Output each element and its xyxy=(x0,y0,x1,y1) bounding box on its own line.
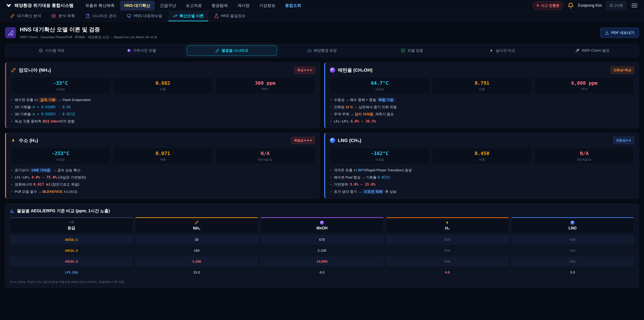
cell-value: 30 xyxy=(135,235,258,244)
substance-card-ammonia: 암모니아 (NH₃) 독성★★★ -33°C 비등점 0.682 비중 300 … xyxy=(5,62,320,128)
menu-item-reports[interactable]: 보고자료 xyxy=(182,1,206,11)
stat-label: IDLH xyxy=(217,87,313,91)
section-tab-system-overview[interactable]: 시스템 개요 xyxy=(6,45,96,56)
section-tab-label: 시스템 개요 xyxy=(45,48,64,53)
cell-value: 6.0 xyxy=(260,268,384,277)
stat-value: N/A xyxy=(536,151,632,156)
stat-label: 비중 xyxy=(115,158,211,162)
section-tab-realtime-comparison[interactable]: 실시간 비교 xyxy=(457,45,547,56)
tab-label: 분석 목록 xyxy=(58,13,75,19)
section-tab-marine-correction[interactable]: 해양환경 보정 xyxy=(277,45,367,56)
row-label: AEGL-3 xyxy=(10,257,133,266)
incident-status-badge[interactable]: 사고 진행중 xyxy=(533,1,563,10)
page-header: HNS 대기확산 모델 이론 및 검증 WRF-Chem · Gaussian … xyxy=(5,26,639,40)
comparison-table-header: 기준 등급 NH₃ MeOH H₂ LNG xyxy=(10,217,634,233)
tab-scenario-management[interactable]: 시나리오 관리 xyxy=(81,11,121,21)
row-label: LFL (%) xyxy=(10,268,133,277)
tab-diffusion-analysis[interactable]: 대기확산 분석 xyxy=(6,11,46,21)
bullet-point: 수용성 → 해수 용해 + 증발 복합 거동 xyxy=(330,97,634,103)
stat-label: IDLH(질식) xyxy=(217,158,313,162)
section-tab-gaussian-model[interactable]: 가우시안 모델 xyxy=(96,45,187,56)
hamburger-menu-icon[interactable] xyxy=(630,2,638,10)
bullet-point: Puff 모델 필수 → BLEVE/VCE 시나리오 xyxy=(11,189,315,194)
document-icon xyxy=(85,14,90,18)
bullet-point: 가연범위: 5.0% ~ 15.0% xyxy=(330,182,634,187)
section-tab-model-validation[interactable]: 모델 검증 xyxy=(367,45,457,56)
stat-specific-gravity: 0.791 비중 xyxy=(432,77,532,94)
tab-hns-substance-info[interactable]: HNS 물질정보 xyxy=(210,11,250,21)
bullet-point: 무색·무취 → 감지 어려움, 계측기 필요 xyxy=(330,111,634,117)
purple-sphere-icon xyxy=(128,49,131,52)
menu-item-aerial-search[interactable]: 항공탐색 xyxy=(207,1,232,11)
tab-diffusion-model-theory[interactable]: 확산모델 이론 xyxy=(168,11,208,21)
stat-boiling-point: -253°C 비등점 xyxy=(11,148,110,164)
column-label: NH₃ xyxy=(193,226,200,231)
page-title: HNS 대기확산 모델 이론 및 검증 xyxy=(20,26,158,33)
menu-item-hns-atmospheric[interactable]: HNS·대기확산 xyxy=(120,1,155,11)
cell-value: 15.0 xyxy=(135,268,258,277)
column-label: LNG xyxy=(568,226,577,230)
pencil-icon xyxy=(10,14,15,18)
stat-idlh: 6,000 ppm IDLH xyxy=(534,77,634,94)
row-label: AEGL-1 xyxy=(10,235,133,244)
trend-chart-icon xyxy=(172,14,177,18)
column-header-nh3: NH₃ xyxy=(135,217,258,233)
bullet-point: 해수면 Pool 형성 → 기화율 0.025t xyxy=(330,175,634,180)
pdf-export-button[interactable]: PDF 내보내기 xyxy=(600,28,639,38)
stat-boiling-point: 64.7°C 비등점 xyxy=(330,77,430,94)
notifications-bell-button[interactable] xyxy=(567,2,574,9)
brand-title: 해양환경 위기대응 통합시스템 xyxy=(14,3,74,9)
menu-item-board[interactable]: 게시판 xyxy=(233,1,254,11)
triangle-ruler-icon xyxy=(5,27,16,38)
lightning-icon xyxy=(11,138,16,143)
column-header-h2: H₂ xyxy=(386,217,509,233)
section-tab-wrf-chem[interactable]: WRF-Chem 발전 xyxy=(548,45,638,56)
menu-item-weather[interactable]: 기상정보 xyxy=(255,1,280,11)
list-icon xyxy=(52,14,56,18)
stat-value: 0.450 xyxy=(434,151,530,156)
stat-label: 비등점 xyxy=(332,158,428,162)
tab-analysis-list[interactable]: 분석 목록 xyxy=(47,11,79,21)
main-content: HNS 대기확산 모델 이론 및 검증 WRF-Chem · Gaussian … xyxy=(0,22,644,288)
lightning-icon xyxy=(489,49,494,53)
substance-title: 메탄올 (CH₃OH) xyxy=(338,67,372,73)
layers-icon xyxy=(39,49,43,53)
cell-value: N/A xyxy=(386,246,509,255)
bullet-point: 독성 구름 풍하측 최대 10km까지 영향 xyxy=(11,119,315,124)
stat-label: 비등점 xyxy=(332,87,428,91)
bullet-point: 2D 기화율: m = 0.0168t - 0.01 xyxy=(11,104,315,110)
monitor-icon xyxy=(127,14,132,18)
purple-sphere-icon xyxy=(320,221,324,225)
flask-icon xyxy=(214,14,219,18)
menu-item-emergency-rescue[interactable]: 긴급구난 xyxy=(156,1,180,11)
cell-value: 160 xyxy=(135,246,258,255)
incident-dot-icon xyxy=(537,4,539,7)
stat-value: -162°C xyxy=(332,151,428,156)
column-header-lng: LNG xyxy=(511,217,634,233)
bullet-point: 3D 기화율: m = 0.0182t - 0.0112 xyxy=(11,111,315,117)
section-tab-label: WRF-Chem 발전 xyxy=(582,48,610,53)
menu-item-integrated-search[interactable]: 통합조회 xyxy=(281,1,306,11)
stat-value: 0.071 xyxy=(115,151,211,156)
stat-label: 비중 xyxy=(434,158,530,162)
tab-label: 시나리오 관리 xyxy=(92,13,116,19)
brand[interactable]: 해양환경 위기대응 통합시스템 xyxy=(6,3,74,9)
tab-hns-response-manual[interactable]: HNS 대응매뉴얼 xyxy=(122,11,166,21)
pencil-icon xyxy=(194,220,199,225)
bullet-point: 해수면 유출 시 급속 기화 → Flash Evaporation xyxy=(11,97,315,103)
bullet-point: 극저온 유출 시 RPT(Rapid Phase Transition) 발생 xyxy=(330,167,634,173)
substance-card-methanol: 메탄올 (CH₃OH) 인화성+독성 64.7°C 비등점 0.791 비중 6… xyxy=(324,62,639,128)
logout-button[interactable]: 로그아웃 xyxy=(606,1,626,10)
blue-sphere-icon xyxy=(570,221,574,225)
main-menu: 유출유 확산예측 HNS·대기확산 긴급구난 보고자료 항공탐색 게시판 기상정… xyxy=(81,1,526,11)
table-row-aegl3: AEGL-3 1,100 14,000 N/A N/A xyxy=(10,257,634,266)
comparison-table-title: 물질별 AEGL/ERPG 기준 비교 (ppm, 1시간 노출) xyxy=(17,208,110,214)
hazard-badge: 인화성+독성 xyxy=(611,67,634,74)
pdf-export-label: PDF 내보내기 xyxy=(611,30,634,35)
section-tab-substance-scenarios[interactable]: 물질별 시나리오 xyxy=(187,45,277,56)
incident-label: 사고 진행중 xyxy=(541,3,560,8)
menu-item-oil-spill-prediction[interactable]: 유출유 확산예측 xyxy=(81,1,119,11)
stat-value: -33°C xyxy=(12,80,108,86)
cell-value: 4.0 xyxy=(386,268,509,277)
stat-label: 비중 xyxy=(434,87,530,91)
